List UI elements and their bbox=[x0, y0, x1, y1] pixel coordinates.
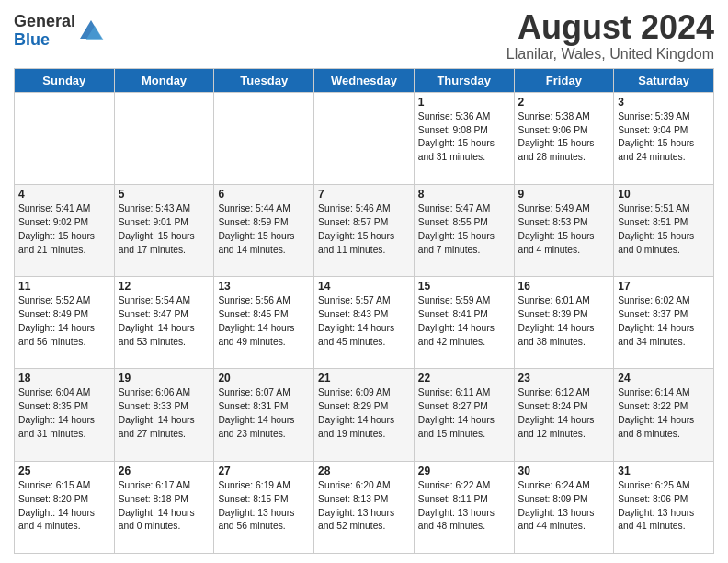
day-number: 31 bbox=[618, 465, 710, 477]
day-info: Sunrise: 6:12 AMSunset: 8:24 PMDaylight:… bbox=[518, 386, 610, 442]
calendar-cell: 10Sunrise: 5:51 AMSunset: 8:51 PMDayligh… bbox=[614, 184, 714, 276]
day-number: 10 bbox=[618, 188, 710, 201]
calendar-cell: 13Sunrise: 5:56 AMSunset: 8:45 PMDayligh… bbox=[214, 277, 314, 369]
calendar-cell: 16Sunrise: 6:01 AMSunset: 8:39 PMDayligh… bbox=[514, 277, 614, 369]
day-number: 7 bbox=[318, 188, 410, 201]
day-info: Sunrise: 6:02 AMSunset: 8:37 PMDaylight:… bbox=[618, 294, 710, 350]
day-info: Sunrise: 6:09 AMSunset: 8:29 PMDaylight:… bbox=[318, 386, 410, 442]
day-number: 6 bbox=[218, 188, 310, 201]
day-number: 27 bbox=[218, 465, 310, 477]
calendar-cell: 8Sunrise: 5:47 AMSunset: 8:55 PMDaylight… bbox=[414, 184, 514, 276]
day-info: Sunrise: 5:36 AMSunset: 9:08 PMDaylight:… bbox=[418, 110, 510, 166]
day-number: 13 bbox=[218, 280, 310, 293]
calendar-cell: 18Sunrise: 6:04 AMSunset: 8:35 PMDayligh… bbox=[15, 369, 115, 461]
day-number: 17 bbox=[618, 280, 710, 293]
day-info: Sunrise: 6:01 AMSunset: 8:39 PMDaylight:… bbox=[518, 294, 610, 350]
day-info: Sunrise: 6:15 AMSunset: 8:20 PMDaylight:… bbox=[18, 479, 110, 534]
day-number: 9 bbox=[518, 188, 610, 201]
logo-line1: General bbox=[14, 13, 75, 31]
day-number: 8 bbox=[418, 188, 510, 201]
day-info: Sunrise: 5:52 AMSunset: 8:49 PMDaylight:… bbox=[18, 294, 110, 350]
calendar-cell bbox=[15, 92, 115, 184]
day-number: 18 bbox=[18, 372, 110, 385]
calendar-cell: 15Sunrise: 5:59 AMSunset: 8:41 PMDayligh… bbox=[414, 277, 514, 369]
day-info: Sunrise: 6:14 AMSunset: 8:22 PMDaylight:… bbox=[618, 386, 710, 442]
page: General Blue August 2024 Llanilar, Wales… bbox=[0, 0, 728, 563]
day-number: 26 bbox=[119, 465, 210, 477]
day-info: Sunrise: 6:06 AMSunset: 8:33 PMDaylight:… bbox=[119, 386, 210, 442]
calendar-cell: 5Sunrise: 5:43 AMSunset: 9:01 PMDaylight… bbox=[114, 184, 214, 276]
day-info: Sunrise: 5:43 AMSunset: 9:01 PMDaylight:… bbox=[119, 202, 210, 258]
day-number: 16 bbox=[518, 280, 610, 293]
weekday-header-thursday: Thursday bbox=[414, 68, 514, 92]
weekday-header-tuesday: Tuesday bbox=[214, 68, 314, 92]
calendar-cell: 19Sunrise: 6:06 AMSunset: 8:33 PMDayligh… bbox=[114, 369, 214, 461]
day-info: Sunrise: 6:25 AMSunset: 8:06 PMDaylight:… bbox=[618, 479, 710, 534]
day-number: 12 bbox=[119, 280, 210, 293]
week-row-1: 1Sunrise: 5:36 AMSunset: 9:08 PMDaylight… bbox=[15, 92, 714, 184]
weekday-header-saturday: Saturday bbox=[614, 68, 714, 92]
calendar-cell: 1Sunrise: 5:36 AMSunset: 9:08 PMDaylight… bbox=[414, 92, 514, 184]
day-info: Sunrise: 6:22 AMSunset: 8:11 PMDaylight:… bbox=[418, 479, 510, 534]
day-number: 5 bbox=[119, 188, 210, 201]
calendar-cell: 4Sunrise: 5:41 AMSunset: 9:02 PMDaylight… bbox=[15, 184, 115, 276]
calendar-cell: 26Sunrise: 6:17 AMSunset: 8:18 PMDayligh… bbox=[114, 461, 214, 553]
day-number: 19 bbox=[119, 372, 210, 385]
day-info: Sunrise: 6:20 AMSunset: 8:13 PMDaylight:… bbox=[318, 479, 410, 534]
calendar-cell: 7Sunrise: 5:46 AMSunset: 8:57 PMDaylight… bbox=[314, 184, 415, 276]
day-info: Sunrise: 5:47 AMSunset: 8:55 PMDaylight:… bbox=[418, 202, 510, 258]
calendar-cell: 22Sunrise: 6:11 AMSunset: 8:27 PMDayligh… bbox=[414, 369, 514, 461]
day-info: Sunrise: 5:44 AMSunset: 8:59 PMDaylight:… bbox=[218, 202, 310, 258]
day-info: Sunrise: 5:38 AMSunset: 9:06 PMDaylight:… bbox=[518, 110, 610, 166]
day-number: 28 bbox=[318, 465, 410, 477]
calendar-cell bbox=[114, 92, 214, 184]
month-title: August 2024 bbox=[506, 9, 714, 46]
title-block: August 2024 Llanilar, Wales, United King… bbox=[506, 9, 714, 63]
week-row-3: 11Sunrise: 5:52 AMSunset: 8:49 PMDayligh… bbox=[15, 277, 714, 369]
calendar-cell bbox=[214, 92, 314, 184]
day-info: Sunrise: 6:24 AMSunset: 8:09 PMDaylight:… bbox=[518, 479, 610, 534]
day-info: Sunrise: 5:57 AMSunset: 8:43 PMDaylight:… bbox=[318, 294, 410, 350]
calendar-cell bbox=[314, 92, 415, 184]
day-number: 20 bbox=[218, 372, 310, 385]
calendar-cell: 9Sunrise: 5:49 AMSunset: 8:53 PMDaylight… bbox=[514, 184, 614, 276]
calendar-cell: 30Sunrise: 6:24 AMSunset: 8:09 PMDayligh… bbox=[514, 461, 614, 553]
calendar-cell: 12Sunrise: 5:54 AMSunset: 8:47 PMDayligh… bbox=[114, 277, 214, 369]
day-number: 29 bbox=[418, 465, 510, 477]
calendar-cell: 11Sunrise: 5:52 AMSunset: 8:49 PMDayligh… bbox=[15, 277, 115, 369]
day-info: Sunrise: 5:51 AMSunset: 8:51 PMDaylight:… bbox=[618, 202, 710, 258]
day-info: Sunrise: 5:39 AMSunset: 9:04 PMDaylight:… bbox=[618, 110, 710, 166]
week-row-5: 25Sunrise: 6:15 AMSunset: 8:20 PMDayligh… bbox=[15, 461, 714, 553]
calendar-table: SundayMondayTuesdayWednesdayThursdayFrid… bbox=[14, 68, 714, 554]
weekday-row: SundayMondayTuesdayWednesdayThursdayFrid… bbox=[15, 68, 714, 92]
calendar-cell: 23Sunrise: 6:12 AMSunset: 8:24 PMDayligh… bbox=[514, 369, 614, 461]
calendar-cell: 3Sunrise: 5:39 AMSunset: 9:04 PMDaylight… bbox=[614, 92, 714, 184]
calendar-cell: 28Sunrise: 6:20 AMSunset: 8:13 PMDayligh… bbox=[314, 461, 415, 553]
calendar-cell: 27Sunrise: 6:19 AMSunset: 8:15 PMDayligh… bbox=[214, 461, 314, 553]
day-info: Sunrise: 5:59 AMSunset: 8:41 PMDaylight:… bbox=[418, 294, 510, 350]
day-number: 23 bbox=[518, 372, 610, 385]
day-info: Sunrise: 6:04 AMSunset: 8:35 PMDaylight:… bbox=[18, 386, 110, 442]
day-number: 21 bbox=[318, 372, 410, 385]
day-info: Sunrise: 6:19 AMSunset: 8:15 PMDaylight:… bbox=[218, 479, 310, 534]
day-number: 15 bbox=[418, 280, 510, 293]
calendar-cell: 14Sunrise: 5:57 AMSunset: 8:43 PMDayligh… bbox=[314, 277, 415, 369]
day-number: 2 bbox=[518, 96, 610, 109]
day-number: 25 bbox=[18, 465, 110, 477]
calendar-cell: 17Sunrise: 6:02 AMSunset: 8:37 PMDayligh… bbox=[614, 277, 714, 369]
day-number: 14 bbox=[318, 280, 410, 293]
week-row-4: 18Sunrise: 6:04 AMSunset: 8:35 PMDayligh… bbox=[15, 369, 714, 461]
day-info: Sunrise: 6:07 AMSunset: 8:31 PMDaylight:… bbox=[218, 386, 310, 442]
day-number: 1 bbox=[418, 96, 510, 109]
calendar-cell: 21Sunrise: 6:09 AMSunset: 8:29 PMDayligh… bbox=[314, 369, 415, 461]
weekday-header-friday: Friday bbox=[514, 68, 614, 92]
calendar-cell: 29Sunrise: 6:22 AMSunset: 8:11 PMDayligh… bbox=[414, 461, 514, 553]
header: General Blue August 2024 Llanilar, Wales… bbox=[14, 9, 714, 63]
logo: General Blue bbox=[14, 13, 104, 50]
calendar-cell: 25Sunrise: 6:15 AMSunset: 8:20 PMDayligh… bbox=[15, 461, 115, 553]
calendar-cell: 24Sunrise: 6:14 AMSunset: 8:22 PMDayligh… bbox=[614, 369, 714, 461]
day-number: 3 bbox=[618, 96, 710, 109]
calendar-header: SundayMondayTuesdayWednesdayThursdayFrid… bbox=[15, 68, 714, 92]
day-info: Sunrise: 5:54 AMSunset: 8:47 PMDaylight:… bbox=[119, 294, 210, 350]
weekday-header-monday: Monday bbox=[114, 68, 214, 92]
